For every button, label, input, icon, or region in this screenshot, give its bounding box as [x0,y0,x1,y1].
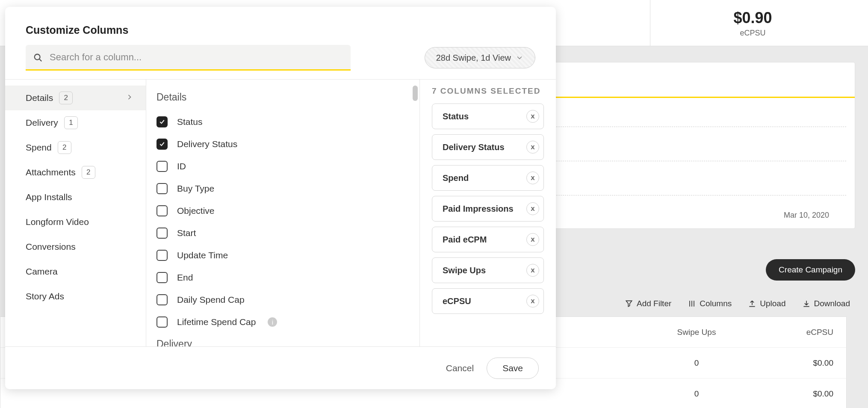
category-label: Camera [26,266,58,277]
category-item-story-ads[interactable]: Story Ads [5,284,146,309]
dialog-header: Customize Columns [5,7,556,45]
category-label: Story Ads [26,291,64,302]
table-header-ecpsu[interactable]: eCPSU [761,328,846,337]
checkbox[interactable] [156,139,168,150]
selected-columns-header: 7 COLUMNS SELECTED [432,86,544,96]
save-button[interactable]: Save [487,358,539,379]
column-option-objective[interactable]: Objective [156,200,402,222]
remove-chip-icon[interactable]: x [526,233,539,246]
search-icon [33,53,43,62]
info-icon[interactable]: i [268,317,277,327]
category-item-conversions[interactable]: Conversions [5,234,146,259]
category-label: Delivery [26,118,58,128]
column-options-panel: DetailsStatusDelivery StatusIDBuy TypeOb… [146,80,420,346]
cell-swipe-ups: 0 [632,358,761,368]
category-label: Details [26,93,53,103]
column-option-lifetime-spend-cap[interactable]: Lifetime Spend Capi [156,311,402,333]
column-option-start[interactable]: Start [156,222,402,244]
remove-chip-icon[interactable]: x [526,264,539,277]
column-option-label: Objective [177,206,215,216]
cell-ecpsu: $0.00 [761,389,846,399]
selected-column-chip[interactable]: Paid Impressionsx [432,196,544,222]
category-item-app-installs[interactable]: App Installs [5,185,146,210]
checkbox[interactable] [156,205,168,216]
dialog-footer: Cancel Save [5,346,556,389]
column-option-status[interactable]: Status [156,111,402,133]
remove-chip-icon[interactable]: x [526,110,539,123]
checkbox[interactable] [156,250,168,261]
search-wrapper [26,45,351,71]
column-option-label: Lifetime Spend Cap [177,317,256,327]
column-option-id[interactable]: ID [156,155,402,177]
selected-column-chip[interactable]: Statusx [432,103,544,129]
column-option-end[interactable]: End [156,266,402,289]
filter-icon [625,299,633,308]
category-item-longform-video[interactable]: Longform Video [5,210,146,234]
table-header-swipe-ups[interactable]: Swipe Ups [632,328,761,337]
category-label: Attachments [26,167,76,177]
column-option-label: Daily Spend Cap [177,295,245,305]
attribution-window-label: 28d Swipe, 1d View [436,53,511,63]
selected-column-chip[interactable]: Delivery Statusx [432,134,544,160]
column-search-input[interactable] [26,45,351,71]
category-item-delivery[interactable]: Delivery1 [5,110,146,135]
chip-label: Swipe Ups [443,266,486,275]
dialog-search-row: 28d Swipe, 1d View [5,45,556,79]
columns-button[interactable]: Columns [688,299,732,308]
selected-columns-panel: 7 COLUMNS SELECTED StatusxDelivery Statu… [420,80,556,346]
column-option-label: Delivery Status [177,139,237,149]
column-option-update-time[interactable]: Update Time [156,244,402,266]
metric-label: eCPSU [740,29,765,38]
group-title: Details [156,92,402,103]
checkbox[interactable] [156,161,168,172]
column-option-delivery-status[interactable]: Delivery Status [156,133,402,155]
category-item-camera[interactable]: Camera [5,259,146,284]
upload-icon [748,299,756,308]
upload-button[interactable]: Upload [748,299,785,308]
remove-chip-icon[interactable]: x [526,295,539,307]
remove-chip-icon[interactable]: x [526,141,539,154]
selected-column-chip[interactable]: Paid eCPMx [432,227,544,252]
attribution-window-dropdown[interactable]: 28d Swipe, 1d View [425,47,535,68]
scrollbar-thumb[interactable] [413,86,418,101]
selected-column-chip[interactable]: Spendx [432,165,544,191]
create-campaign-button[interactable]: Create Campaign [766,259,855,281]
column-option-buy-type[interactable]: Buy Type [156,177,402,200]
column-option-label: Start [177,228,196,238]
column-option-label: End [177,272,193,283]
checkbox[interactable] [156,294,168,305]
chip-label: Spend [443,173,469,183]
category-label: Spend [26,142,52,153]
category-list: Details2Delivery1Spend2Attachments2App I… [5,80,146,346]
column-option-daily-spend-cap[interactable]: Daily Spend Cap [156,289,402,311]
selected-column-chip[interactable]: eCPSUx [432,288,544,314]
group-title: Delivery [156,338,402,346]
download-button[interactable]: Download [802,299,850,308]
category-item-details[interactable]: Details2 [5,86,146,110]
selected-chips-list: StatusxDelivery StatusxSpendxPaid Impres… [432,103,544,314]
category-count-badge: 2 [58,141,71,154]
metric-card: $0.90 eCPSU [650,0,855,46]
cancel-button[interactable]: Cancel [446,363,474,373]
remove-chip-icon[interactable]: x [526,202,539,215]
cell-swipe-ups: 0 [632,389,761,399]
column-groups: DetailsStatusDelivery StatusIDBuy TypeOb… [156,92,419,346]
category-item-attachments[interactable]: Attachments2 [5,160,146,185]
columns-icon [688,299,696,308]
add-filter-button[interactable]: Add Filter [625,299,671,308]
checkbox[interactable] [156,316,168,328]
checkbox[interactable] [156,183,168,194]
download-icon [802,299,811,308]
dialog-body: Details2Delivery1Spend2Attachments2App I… [5,79,556,346]
checkbox[interactable] [156,272,168,283]
column-option-label: Status [177,117,203,127]
add-filter-label: Add Filter [637,299,671,308]
checkbox[interactable] [156,116,168,127]
selected-column-chip[interactable]: Swipe Upsx [432,257,544,283]
remove-chip-icon[interactable]: x [526,171,539,184]
category-count-badge: 2 [82,166,95,179]
category-count-badge: 1 [64,116,78,129]
chip-label: Paid eCPM [443,235,487,245]
checkbox[interactable] [156,228,168,239]
category-item-spend[interactable]: Spend2 [5,135,146,160]
